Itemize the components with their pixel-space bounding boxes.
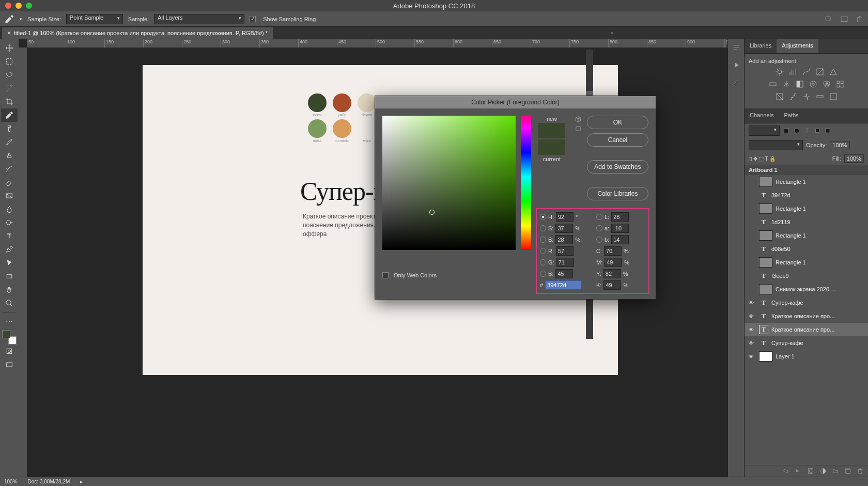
- artboard-header[interactable]: Artboard 1: [745, 165, 868, 175]
- crop-tool[interactable]: [1, 95, 18, 108]
- y-input[interactable]: [603, 269, 621, 278]
- radio-g[interactable]: [540, 259, 546, 265]
- edit-toolbar-icon[interactable]: ⋯: [1, 315, 18, 328]
- filter-shape-icon[interactable]: [814, 127, 821, 134]
- layer-row[interactable]: Tf3eee9: [745, 269, 868, 283]
- radio-s[interactable]: [540, 225, 546, 231]
- c-input[interactable]: [604, 246, 622, 256]
- fill-value[interactable]: 100%: [844, 154, 864, 163]
- layer-row[interactable]: Rectangle 1: [745, 229, 868, 242]
- radio-r[interactable]: [540, 248, 546, 254]
- h-input[interactable]: [556, 212, 574, 222]
- web-colors-checkbox[interactable]: [382, 272, 389, 278]
- saturation-brightness-field[interactable]: [382, 116, 516, 250]
- doc-info-chevron-icon[interactable]: ▸: [80, 479, 83, 484]
- brush-tool[interactable]: [1, 135, 18, 149]
- brightness-icon[interactable]: [775, 67, 784, 76]
- clone-stamp-tool[interactable]: [1, 149, 18, 162]
- hand-tool[interactable]: [1, 283, 18, 296]
- opacity-value[interactable]: 100%: [830, 141, 849, 149]
- rectangle-tool[interactable]: [1, 270, 18, 283]
- doc-info[interactable]: Doc: 3,00M/28,2M: [28, 479, 70, 484]
- layer-row[interactable]: 👁TКраткое описание про...: [745, 323, 868, 336]
- r-input[interactable]: [556, 246, 574, 256]
- zoom-level[interactable]: 100%: [4, 479, 18, 484]
- brushes-panel-icon[interactable]: [732, 79, 740, 87]
- tab-libraries[interactable]: Libraries: [745, 39, 777, 53]
- layer-row[interactable]: Rectangle 1: [745, 175, 868, 189]
- document-tab[interactable]: × titled-1 @ 100% (Краткое описание прое…: [2, 27, 273, 39]
- selective-color-icon[interactable]: [829, 92, 838, 101]
- tab-channels[interactable]: Channels: [745, 109, 779, 123]
- cube-icon[interactable]: [575, 116, 582, 123]
- hue-sat-icon[interactable]: [768, 80, 778, 89]
- color-balance-icon[interactable]: [782, 80, 791, 89]
- add-to-swatches-button[interactable]: Add to Swatches: [587, 160, 648, 174]
- layer-row[interactable]: 👁TСупер-кафе: [745, 296, 868, 309]
- l-input[interactable]: [611, 212, 629, 222]
- color-libraries-button[interactable]: Color Libraries: [587, 187, 648, 200]
- bri-input[interactable]: [555, 235, 573, 244]
- layer-kind-dropdown[interactable]: [749, 126, 780, 136]
- vibrance-icon[interactable]: [829, 67, 838, 76]
- type-tool[interactable]: [1, 229, 18, 243]
- actions-panel-icon[interactable]: [732, 61, 740, 69]
- filter-type-icon[interactable]: [803, 127, 811, 134]
- device-preview-icon[interactable]: [840, 15, 848, 23]
- move-tool[interactable]: [1, 41, 18, 55]
- curves-icon[interactable]: [802, 67, 811, 76]
- minimize-window-icon[interactable]: [16, 3, 22, 9]
- visibility-toggle[interactable]: 👁: [747, 300, 756, 306]
- eyedropper-tool[interactable]: [1, 108, 18, 122]
- radio-bl[interactable]: [540, 271, 546, 277]
- share-icon[interactable]: [856, 15, 864, 23]
- screen-mode-icon[interactable]: [1, 358, 18, 371]
- sb-cursor[interactable]: [429, 210, 435, 215]
- gradient-tool[interactable]: [1, 189, 18, 202]
- zoom-tool[interactable]: [1, 296, 18, 310]
- non-web-warning-icon[interactable]: [575, 125, 582, 132]
- cancel-button[interactable]: Cancel: [587, 133, 648, 147]
- new-layer-icon[interactable]: [844, 467, 851, 475]
- blend-mode-dropdown[interactable]: [749, 140, 803, 150]
- filter-adjust-icon[interactable]: [793, 127, 800, 134]
- exposure-icon[interactable]: [815, 67, 825, 76]
- threshold-icon[interactable]: [802, 92, 811, 101]
- close-window-icon[interactable]: [5, 3, 11, 9]
- posterize-icon[interactable]: [788, 92, 798, 101]
- a-input[interactable]: [611, 224, 629, 233]
- hue-slider[interactable]: [521, 116, 531, 250]
- current-color-swatch[interactable]: [538, 139, 565, 155]
- foreground-background-colors[interactable]: [2, 330, 17, 344]
- bl-input[interactable]: [555, 269, 573, 278]
- layer-row[interactable]: Td08e50: [745, 242, 868, 256]
- show-ring-checkbox[interactable]: [250, 16, 256, 22]
- sample-dropdown[interactable]: All Layers: [154, 14, 244, 24]
- chevron-down-icon[interactable]: ▾: [20, 17, 22, 22]
- layer-row[interactable]: Снимок экрана 2020-...: [745, 283, 868, 296]
- m-input[interactable]: [605, 258, 622, 267]
- adjustment-layer-icon[interactable]: [819, 467, 827, 475]
- trash-icon[interactable]: [857, 467, 864, 475]
- ok-button[interactable]: OK: [587, 116, 648, 129]
- bw-icon[interactable]: [795, 80, 804, 89]
- g-input[interactable]: [556, 258, 574, 267]
- gradient-map-icon[interactable]: [815, 92, 825, 101]
- visibility-toggle[interactable]: 👁: [747, 340, 756, 346]
- foreground-color-swatch[interactable]: [2, 330, 10, 338]
- hex-input[interactable]: [545, 280, 581, 290]
- radio-bri[interactable]: [540, 237, 546, 243]
- layer-row[interactable]: 👁TКраткое описание про...: [745, 309, 868, 323]
- eraser-tool[interactable]: [1, 176, 18, 189]
- b-input[interactable]: [611, 235, 629, 244]
- channel-mixer-icon[interactable]: [822, 80, 831, 89]
- tab-adjustments[interactable]: Adjustments: [777, 39, 818, 53]
- filter-smart-icon[interactable]: [824, 127, 831, 134]
- magic-wand-tool[interactable]: [1, 82, 18, 95]
- healing-brush-tool[interactable]: [1, 122, 18, 135]
- color-picker-dialog[interactable]: Color Picker (Foreground Color) new curr…: [375, 96, 656, 300]
- marquee-tool[interactable]: [1, 55, 18, 68]
- photo-filter-icon[interactable]: [809, 80, 818, 89]
- link-layers-icon[interactable]: [782, 467, 789, 475]
- maximize-window-icon[interactable]: [26, 3, 32, 9]
